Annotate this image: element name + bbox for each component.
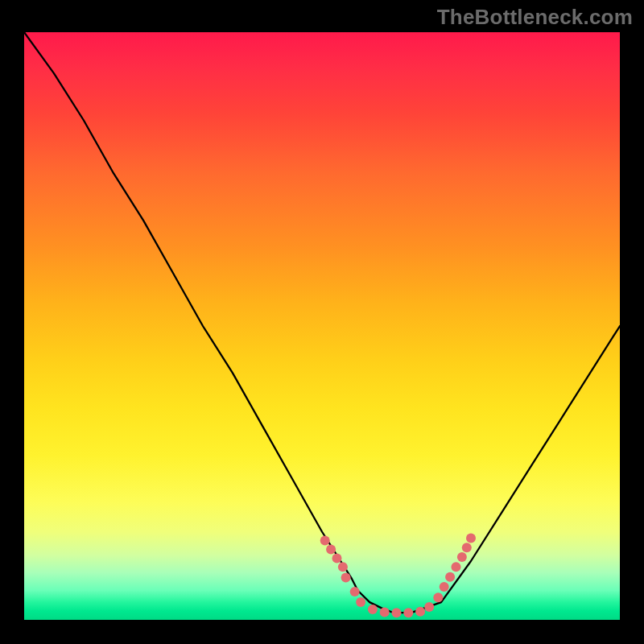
chart-svg [24,32,620,620]
curve-marker [338,562,348,572]
curve-marker [368,605,378,614]
curve-marker [350,587,360,597]
curve-marker [356,597,365,607]
curve-marker [392,608,402,617]
chart-frame: TheBottleneck.com [0,0,644,644]
curve-marker [332,553,342,563]
curve-marker [320,536,330,546]
curve-marker [457,552,467,562]
curve-marker [445,572,455,582]
curve-marker [380,608,390,617]
curve-marker [433,592,443,602]
bottleneck-curve [24,32,620,613]
curve-marker [452,562,461,572]
curve-marker [462,543,472,552]
curve-marker [403,608,413,617]
curve-marker [466,534,476,543]
curve-marker [440,582,449,592]
watermark-text: TheBottleneck.com [437,5,633,30]
curve-marker [341,572,351,582]
plot-area [24,32,620,620]
curve-marker [424,602,434,612]
curve-marker [326,544,336,554]
curve-marker [415,607,425,617]
